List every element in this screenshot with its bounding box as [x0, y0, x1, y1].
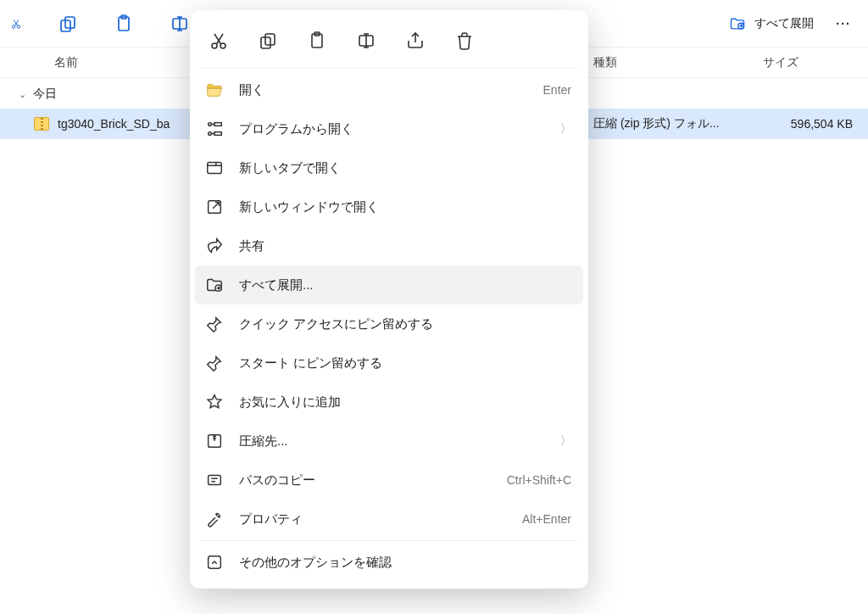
rename-icon[interactable]: [170, 14, 190, 34]
folder-arrow-icon: [729, 15, 746, 32]
expand-all-label: すべて展開: [754, 16, 814, 31]
context-menu: 開く Enter プログラムから開く 〉 新しいタブで開く 新しいウィンドウで開…: [190, 10, 588, 589]
delete-icon[interactable]: [454, 31, 475, 51]
svg-rect-17: [214, 123, 221, 126]
archive-icon: [205, 432, 224, 450]
cut-icon[interactable]: [10, 14, 22, 34]
svg-rect-23: [209, 476, 221, 485]
menu-open-with[interactable]: プログラムから開く 〉: [195, 109, 583, 148]
folder-open-icon: [205, 81, 224, 99]
group-today-label: 今日: [33, 87, 57, 102]
menu-new-tab-label: 新しいタブで開く: [239, 160, 571, 176]
file-size: 596,504 KB: [754, 117, 868, 131]
chevron-down-icon: ⌄: [19, 89, 26, 100]
menu-open[interactable]: 開く Enter: [195, 70, 583, 109]
svg-rect-19: [208, 163, 222, 174]
zip-file-icon: [34, 117, 49, 131]
external-window-icon: [205, 198, 224, 216]
menu-properties[interactable]: プロパティ Alt+Enter: [195, 500, 583, 539]
menu-open-label: 開く: [239, 82, 528, 98]
share-icon[interactable]: [405, 31, 426, 51]
svg-point-9: [220, 43, 225, 48]
menu-copy-path[interactable]: パスのコピー Ctrl+Shift+C: [195, 460, 583, 500]
svg-point-15: [209, 123, 212, 126]
rename-icon[interactable]: [356, 31, 376, 51]
menu-add-favorite-label: お気に入りに追加: [239, 394, 571, 410]
copy-icon[interactable]: [58, 14, 78, 34]
menu-compress-to-label: 圧縮先...: [239, 433, 545, 449]
more-button[interactable]: ···: [829, 17, 858, 31]
chevron-right-icon: 〉: [560, 121, 571, 137]
menu-pin-quick-label: クイック アクセスにピン留めする: [239, 316, 571, 332]
paste-icon[interactable]: [307, 31, 327, 51]
menu-more-options-label: その他のオプションを確認: [239, 555, 571, 571]
copy-path-icon: [205, 471, 224, 489]
more-options-icon: [205, 553, 224, 572]
menu-compress-to[interactable]: 圧縮先... 〉: [195, 421, 583, 460]
context-menu-quick-actions: [195, 17, 583, 66]
column-size[interactable]: サイズ: [754, 55, 868, 70]
menu-pin-quick-access[interactable]: クイック アクセスにピン留めする: [195, 304, 583, 343]
menu-share-label: 共有: [239, 238, 571, 254]
menu-properties-label: プロパティ: [239, 511, 507, 527]
pin-icon: [205, 354, 224, 372]
menu-copy-path-accel: Ctrl+Shift+C: [507, 473, 571, 487]
menu-new-tab[interactable]: 新しいタブで開く: [195, 148, 583, 187]
pin-icon: [205, 315, 224, 333]
expand-all-button[interactable]: すべて展開: [729, 15, 814, 32]
svg-point-8: [212, 43, 217, 48]
star-icon: [205, 393, 224, 411]
paste-icon[interactable]: [114, 14, 134, 34]
file-type: 圧縮 (zip 形式) フォル...: [593, 116, 754, 131]
menu-open-with-label: プログラムから開く: [239, 121, 545, 137]
folder-extract-icon: [205, 276, 224, 294]
svg-point-0: [12, 25, 15, 28]
menu-new-window-label: 新しいウィンドウで開く: [239, 199, 571, 215]
menu-more-options[interactable]: その他のオプションを確認: [195, 543, 583, 582]
open-with-icon: [205, 120, 224, 138]
menu-copy-path-label: パスのコピー: [239, 472, 492, 488]
svg-rect-18: [214, 132, 221, 136]
menu-extract-all-label: すべて展開...: [239, 277, 571, 293]
separator: [200, 540, 578, 541]
menu-extract-all[interactable]: すべて展開...: [195, 265, 583, 304]
column-type[interactable]: 種類: [593, 55, 754, 70]
menu-pin-start[interactable]: スタート にピン留めする: [195, 343, 583, 382]
menu-pin-start-label: スタート にピン留めする: [239, 355, 571, 371]
wrench-icon: [205, 510, 224, 528]
chevron-right-icon: 〉: [560, 433, 571, 449]
menu-add-favorite[interactable]: お気に入りに追加: [195, 382, 583, 421]
file-name: tg3040_Brick_SD_ba: [58, 117, 170, 131]
menu-open-accel: Enter: [543, 83, 571, 97]
separator: [200, 68, 578, 69]
menu-share[interactable]: 共有: [195, 226, 583, 265]
share-arrow-icon: [205, 237, 224, 255]
svg-point-16: [209, 132, 212, 136]
svg-point-1: [17, 25, 20, 28]
menu-properties-accel: Alt+Enter: [522, 512, 571, 526]
menu-new-window[interactable]: 新しいウィンドウで開く: [195, 187, 583, 226]
new-tab-icon: [205, 159, 224, 177]
cut-icon[interactable]: [209, 31, 229, 51]
copy-icon[interactable]: [258, 31, 278, 51]
